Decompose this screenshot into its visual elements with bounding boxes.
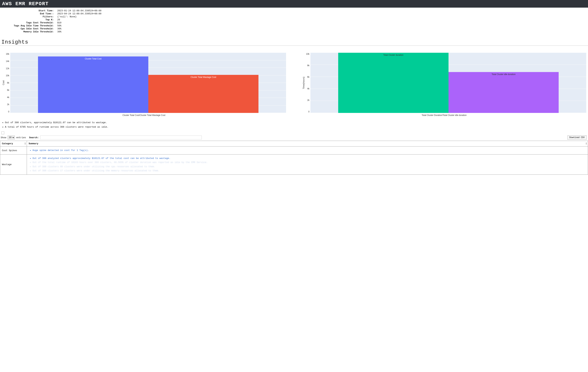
insights-list: Out of 308 clusters, approximately $1012… [0, 119, 588, 129]
y-tick: 10k [306, 53, 309, 55]
bar: Cluster Total Wastage Cost [148, 75, 258, 113]
table-row: Cost SpikesHuge spike detected in cost f… [0, 147, 588, 154]
y-tick: 16k [6, 53, 9, 55]
page-title: AWS EMR REPORT [0, 0, 588, 8]
meta-value: 30% [57, 27, 587, 30]
table-controls: Show 10 entries Search: Download CSV [0, 134, 588, 141]
sort-icon[interactable]: ▲▼ [25, 142, 26, 145]
section-divider [0, 45, 588, 46]
y-tick: 6k [307, 76, 310, 78]
y-tick: 2k [307, 99, 310, 101]
cell-category: Wastage [0, 154, 27, 175]
summary-bullet: Out of 308 clusters 17 clusters were und… [32, 169, 586, 173]
bar-label: Cluster Total Wastage Cost [190, 76, 216, 78]
cell-summary: Huge spike detected in cost for 1 Tag(s)… [27, 147, 588, 154]
meta-value: 2023-04-24 12:00:04.338524+00:00 [57, 12, 587, 15]
meta-label: Filters: [1, 15, 54, 18]
bar: Total Cluster duration [338, 53, 448, 113]
y-tick: 14k [6, 60, 9, 63]
entries-label: entries [16, 136, 26, 139]
charts-row: Cost16k14k12k10k8k6k4k2k0Cluster Total C… [0, 53, 588, 116]
meta-value: {'null': None} [57, 15, 587, 18]
y-tick: 4k [7, 96, 9, 98]
meta-label: Cpu Idle Cost Threshold: [1, 27, 54, 30]
y-axis-title: Cost [2, 53, 5, 113]
summary-bullet: Huge spike detected in cost for 1 Tag(s)… [32, 148, 586, 152]
y-tick: 6k [7, 89, 9, 91]
column-header-category[interactable]: Category ▲▼ [0, 141, 27, 147]
y-tick: 10k [6, 74, 9, 77]
summary-bullet: Out of the total runtime of 10183 hours … [32, 160, 586, 164]
meta-label: Memory Idle Threshold: [1, 31, 54, 33]
insight-item: Out of 308 clusters, approximately $1012… [5, 120, 585, 125]
y-tick: 0 [308, 110, 310, 113]
y-tick: 8k [307, 64, 310, 67]
search-input[interactable] [40, 136, 202, 140]
bar-label: Total Cluster duration [383, 54, 403, 56]
bar-label: Cluster Total Cost [85, 57, 102, 60]
duration-chart: Time(hours)10k8k6k4k2k0Total Cluster dur… [302, 53, 586, 116]
meta-label: Start Time: [1, 9, 54, 12]
cost-chart: Cost16k14k12k10k8k6k4k2k0Cluster Total C… [2, 53, 286, 116]
y-axis-title: Time(hours) [302, 53, 305, 113]
y-tick: 8k [7, 82, 9, 84]
meta-label: Tags Cost Threshold: [1, 22, 54, 24]
cost-chart-xlabel: Cluster Total Cost/Cluster Total Wastage… [2, 114, 286, 116]
meta-label: Top K: [1, 18, 54, 21]
sort-icon[interactable]: ▲▼ [586, 142, 587, 145]
summary-bullet: Out of 308 clusters 80 clusters were und… [32, 164, 586, 169]
insights-table: Category ▲▼ Summary ▲▼ Cost SpikesHuge s… [0, 141, 588, 175]
bar: Total Cluster idle duration [449, 72, 559, 113]
cell-summary: Out of 308 analyzed clusters approximate… [27, 154, 588, 175]
bar: Cluster Total Cost [38, 56, 148, 113]
bar-label: Total Cluster idle duration [492, 73, 515, 76]
y-tick: 4k [307, 88, 310, 90]
search-label: Search: [29, 136, 39, 139]
meta-value: 2023-01-24 12:00:04.338524+00:00 [57, 9, 587, 12]
meta-value: 50% [57, 24, 587, 27]
entries-select[interactable]: 10 [8, 136, 15, 140]
unknown-small-box [1, 131, 4, 134]
y-tick: 2k [7, 103, 9, 106]
cell-category: Cost Spikes [0, 147, 27, 154]
meta-label: End Time:: [1, 12, 54, 15]
plot-area: Total Cluster durationTotal Cluster idle… [310, 53, 586, 113]
summary-bullet: Out of 308 analyzed clusters approximate… [32, 156, 586, 160]
meta-value: 20 [57, 18, 587, 21]
section-insights-title: Insights [0, 34, 588, 45]
meta-value: 30% [57, 31, 587, 33]
duration-chart-xlabel: Total Cluster Duration/Total Cluster idl… [302, 114, 586, 116]
y-tick: 0 [8, 110, 9, 113]
insight-item: A total of 6785 hours of runtime across … [5, 125, 585, 129]
table-row: WastageOut of 308 analyzed clusters appr… [0, 154, 588, 175]
meta-value: $10 [57, 22, 587, 24]
report-parameters: Start Time:2023-01-24 12:00:04.338524+00… [0, 8, 588, 34]
download-csv-button[interactable]: Download CSV [567, 135, 587, 140]
plot-area: Cluster Total CostCluster Total Wastage … [10, 53, 286, 113]
meta-label: Tags Avg Idle Time Threshold: [1, 24, 54, 27]
y-tick: 12k [6, 67, 9, 70]
column-header-summary[interactable]: Summary ▲▼ [27, 141, 588, 147]
show-label: Show [1, 136, 6, 139]
